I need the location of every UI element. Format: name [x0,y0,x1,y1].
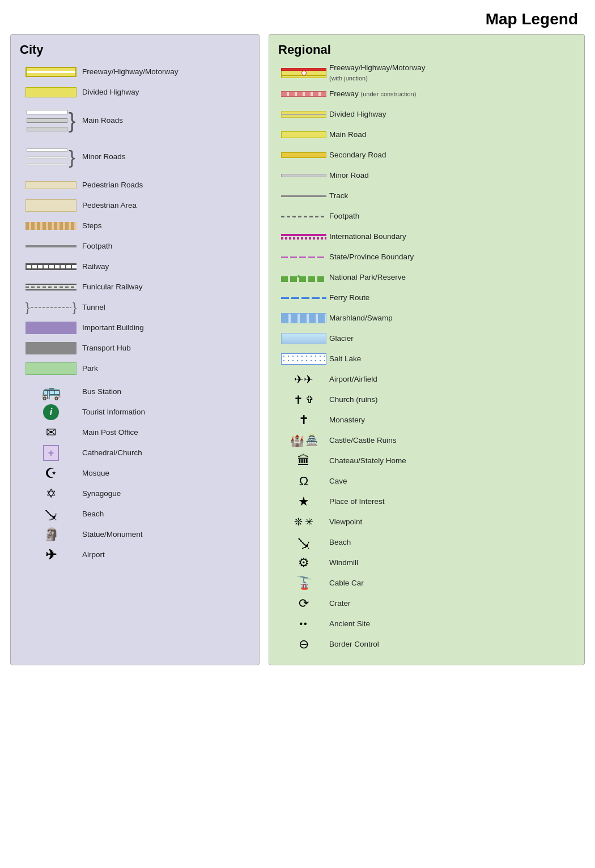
list-item: •• Ancient Site [278,615,575,633]
reg-divided-label: Divided Highway [329,109,386,119]
important-building-label: Important Building [82,323,144,333]
reg-freeway-symbol [278,68,329,78]
reg-ferry-label: Ferry Route [329,293,369,303]
city-panel-title: City [20,42,250,57]
tourist-info-symbol: i [20,404,82,420]
list-item: Ω Cave [278,472,575,490]
list-item: i Tourist Information [20,403,250,421]
list-item: 🏰🏯 Castle/Castle Ruins [278,431,575,450]
tunnel-symbol: } { [20,300,82,315]
bus-station-symbol: 🚌 [20,382,82,401]
divided-highway-city-label: Divided Highway [82,87,139,97]
reg-minor-road-label: Minor Road [329,170,369,181]
list-item: ❊✳ Viewpoint [278,513,575,531]
reg-chateau-label: Chateau/Stately Home [329,456,406,466]
list-item: Freeway/Highway/Motorway (with junction) [278,63,575,83]
list-item: Salt Lake [278,350,575,368]
reg-marshland-symbol [278,313,329,323]
list-item: 🚌 Bus Station [20,382,250,401]
list-item: Marshland/Swamp [278,309,575,327]
list-item: + Cathedral/Church [20,444,250,462]
reg-divided-symbol [278,111,329,118]
bus-station-label: Bus Station [82,387,121,397]
list-item: ✡ Synagogue [20,485,250,503]
park-symbol [20,362,82,375]
reg-border-symbol: ⊖ [278,637,329,652]
park-label: Park [82,364,98,374]
list-item: State/Province Boundary [278,248,575,266]
cathedral-symbol: + [20,445,82,461]
list-item: Footpath [278,207,575,225]
reg-main-road-symbol [278,131,329,138]
reg-footpath-label: Footpath [329,211,359,221]
steps-symbol [20,222,82,230]
reg-cave-label: Cave [329,476,347,486]
statue-symbol: 🗿 [20,527,82,542]
list-item: } Main Roads [20,104,250,138]
reg-monastery-symbol: ✝ [278,413,329,427]
reg-minor-road-symbol [278,174,329,177]
funicular-symbol [20,284,82,290]
list-item: ⚙ Windmill [278,554,575,572]
list-item: Divided Highway [20,83,250,101]
list-item: ⛏ Beach [278,533,575,551]
reg-salt-lake-symbol [278,353,329,365]
reg-glacier-label: Glacier [329,333,354,344]
list-item: ✝ Monastery [278,411,575,429]
reg-marshland-label: Marshland/Swamp [329,313,393,323]
reg-poi-symbol: ★ [278,494,329,509]
list-item: ⊖ Border Control [278,635,575,653]
list-item: Railway [20,258,250,276]
airport-city-symbol: ✈ [20,547,82,563]
page-title: Map Legend [0,0,595,34]
list-item: Track [278,187,575,205]
reg-state-boundary-label: State/Province Boundary [329,252,414,262]
list-item: Pedestrian Roads [20,176,250,194]
steps-label: Steps [82,221,102,231]
list-item: Steps [20,217,250,235]
list-item: Important Building [20,319,250,337]
tunnel-label: Tunnel [82,302,105,313]
beach-city-symbol: ⛏ [20,507,82,521]
minor-roads-symbol: } [20,147,82,166]
reg-ferry-symbol [278,297,329,299]
airport-city-label: Airport [82,550,105,560]
list-item: ☪ Mosque [20,464,250,482]
list-item: ● National Park/Reserve [278,268,575,287]
footpath-city-symbol [20,245,82,247]
reg-freeway-construction-label: Freeway (under construction) [329,89,416,99]
reg-church-label: Church (ruins) [329,395,378,405]
regional-panel-title: Regional [278,42,575,57]
city-panel: City Freeway/Highway/Motorway Divided Hi… [10,34,260,665]
reg-national-park-label: National Park/Reserve [329,272,406,283]
reg-footpath-symbol [278,216,329,217]
reg-national-park-symbol: ● [278,273,329,282]
reg-secondary-road-label: Secondary Road [329,150,386,160]
reg-glacier-symbol [278,333,329,344]
reg-viewpoint-label: Viewpoint [329,517,362,527]
reg-beach-symbol: ⛏ [278,535,329,550]
transport-hub-label: Transport Hub [82,343,131,353]
funicular-label: Funicular Railway [82,282,143,292]
reg-castle-label: Castle/Castle Ruins [329,435,397,446]
cathedral-label: Cathedral/Church [82,448,142,458]
reg-secondary-road-symbol [278,152,329,158]
reg-intl-boundary-symbol [278,234,329,240]
reg-chateau-symbol: 🏛 [278,454,329,468]
reg-church-symbol: ✝✞ [278,393,329,407]
reg-viewpoint-symbol: ❊✳ [278,516,329,528]
reg-state-boundary-symbol [278,256,329,258]
reg-crater-label: Crater [329,598,351,609]
list-item: Divided Highway [278,105,575,123]
post-office-symbol: ✉ [20,425,82,440]
reg-windmill-label: Windmill [329,558,358,568]
transport-hub-symbol [20,342,82,354]
list-item: } Minor Roads [20,140,250,174]
reg-poi-label: Place of Interest [329,497,385,507]
list-item: 🏛 Chateau/Stately Home [278,452,575,470]
list-item: ✈✈ Airport/Airfield [278,370,575,388]
list-item: 🗿 Statue/Monument [20,525,250,544]
list-item: International Boundary [278,228,575,246]
pedestrian-area-symbol [20,199,82,212]
list-item: ★ Place of Interest [278,493,575,511]
